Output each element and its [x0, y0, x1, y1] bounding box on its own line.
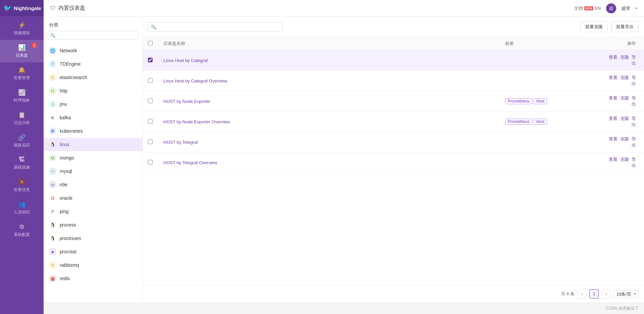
header-right: 文档 NEW EN 超 超管 ▾	[574, 3, 637, 13]
category-item-tdengine[interactable]: T TDEngine	[44, 57, 142, 71]
dashboard-name-link[interactable]: HOST by Telegraf Overview	[163, 160, 217, 165]
select-all-checkbox[interactable]	[148, 41, 153, 46]
table-row: HOST by Telegraf 查看克隆导出	[143, 132, 644, 152]
category-item-ping[interactable]: P ping	[44, 205, 142, 218]
nav-label-infra: 基础设施	[14, 165, 30, 170]
action-克隆[interactable]: 克隆	[620, 75, 629, 80]
category-item-http[interactable]: H http	[44, 84, 142, 98]
sidebar-item-infra[interactable]: 🏗 基础设施	[0, 152, 44, 174]
category-item-processes[interactable]: 🐧 processes	[44, 232, 142, 245]
next-page-button[interactable]: ›	[601, 289, 611, 299]
dashboard-name-link[interactable]: HOST by Node Exporter	[163, 99, 211, 104]
bulk-export-button[interactable]: 批量导出	[611, 21, 639, 32]
nav-label-trace: 链路追踪	[14, 142, 30, 148]
category-item-mongo[interactable]: M mongo	[44, 151, 142, 165]
row-checkbox[interactable]	[148, 160, 153, 165]
nav-label-alert-intent: 告警目意	[14, 187, 30, 193]
category-item-jmx[interactable]: J jmx	[44, 98, 142, 111]
category-item-rabbitmq[interactable]: R rabbixmq	[44, 258, 142, 272]
sidebar-item-log-analysis[interactable]: 📋 日志分析	[0, 107, 44, 130]
action-查看[interactable]: 查看	[609, 136, 618, 141]
action-查看[interactable]: 查看	[609, 55, 618, 60]
action-克隆[interactable]: 克隆	[620, 136, 629, 141]
category-item-redis[interactable]: ▦ redis	[44, 272, 142, 285]
dashboard-name-link[interactable]: Linux Host by Categraf Overview	[163, 78, 227, 83]
row-checkbox[interactable]	[148, 99, 153, 103]
category-icon-elasticsearch: E	[49, 74, 56, 81]
row-checkbox[interactable]	[148, 58, 153, 62]
action-导出[interactable]: 导出	[632, 55, 636, 66]
footer: CSDN @虎服豆丁	[44, 303, 644, 314]
dashboard-name-link[interactable]: HOST by Telegraf	[163, 140, 198, 145]
category-icon-jmx: J	[49, 101, 56, 108]
sidebar-item-people[interactable]: 👥 人员组织	[0, 197, 44, 219]
category-item-linux[interactable]: 🐧 linux	[44, 138, 142, 151]
nav-icon-people: 👥	[18, 201, 25, 208]
category-item-procstat[interactable]: ● procstat	[44, 245, 142, 258]
sidebar-item-alert-mgmt[interactable]: 🔔 告警管理	[0, 62, 44, 85]
prev-page-button[interactable]: ‹	[577, 289, 587, 299]
sidebar-item-sys-config[interactable]: ⚙ 系统配置	[0, 219, 44, 242]
category-search-input[interactable]	[48, 31, 138, 40]
row-checkbox[interactable]	[148, 78, 153, 83]
row-checkbox[interactable]	[148, 119, 153, 124]
dashboard-name-link[interactable]: HOST by Node Exporter Overview	[163, 119, 230, 124]
action-导出[interactable]: 导出	[632, 75, 636, 86]
row-tags-cell	[500, 50, 600, 71]
sidebar-item-quickjump[interactable]: ⚡ 快速跳转	[0, 17, 44, 40]
category-item-elasticsearch[interactable]: E elasticsearch	[44, 71, 142, 84]
nav-label-timeseries: 时序指标	[14, 98, 30, 103]
lang-doc-area[interactable]: 文档 NEW EN	[574, 5, 601, 11]
toolbar-search-input[interactable]	[148, 22, 282, 32]
category-item-process[interactable]: 🐧 process	[44, 218, 142, 232]
category-item-network[interactable]: 🌐 Network	[44, 44, 142, 57]
avatar[interactable]: 超	[606, 3, 616, 13]
table-header-row: 仪表盘名称 标签 操作	[143, 37, 644, 50]
category-label-redis: redis	[60, 276, 70, 281]
dashboard-toolbar: 🔍 批量克隆 批量导出	[143, 17, 644, 37]
category-icon-ping: P	[49, 208, 56, 215]
row-actions-cell: 查看克隆导出	[600, 132, 644, 152]
sidebar-item-dashboard[interactable]: 📊 仪表盘 1	[0, 40, 44, 62]
action-导出[interactable]: 导出	[632, 157, 636, 168]
action-导出[interactable]: 导出	[632, 136, 636, 147]
lang-en-label: EN	[595, 6, 601, 11]
action-克隆[interactable]: 克隆	[620, 116, 629, 121]
row-checkbox[interactable]	[148, 139, 153, 144]
th-actions: 操作	[600, 37, 644, 50]
dashboard-name-link[interactable]: Linux Host by Categraf	[163, 58, 208, 63]
row-actions-cell: 查看克隆导出	[600, 112, 644, 132]
action-查看[interactable]: 查看	[609, 96, 618, 101]
action-克隆[interactable]: 克隆	[620, 157, 629, 162]
page-1-button[interactable]: 1	[589, 289, 599, 299]
table-body: Linux Host by Categraf 查看克隆导出 Linux Host…	[143, 50, 644, 173]
action-克隆[interactable]: 克隆	[620, 55, 629, 60]
category-item-kafka[interactable]: K kafka	[44, 111, 142, 124]
category-item-oracle[interactable]: O oracle	[44, 191, 142, 205]
category-icon-kafka: K	[49, 114, 56, 121]
category-panel: 分类 🔍 🌐 Network T TDEngine E elasticsearc…	[44, 17, 143, 303]
category-label-linux: linux	[60, 142, 69, 147]
category-item-kubernetes[interactable]: ☸ kubernetes	[44, 124, 142, 138]
sidebar-item-alert-intent[interactable]: 🔕 告警目意	[0, 174, 44, 197]
action-查看[interactable]: 查看	[609, 75, 618, 80]
dashboard-content: 🔍 批量克隆 批量导出 仪表盘名称	[143, 17, 644, 303]
action-克隆[interactable]: 克隆	[620, 96, 629, 101]
sidebar-item-timeseries[interactable]: 📈 时序指标	[0, 85, 44, 107]
category-item-mysql[interactable]: ~ mysql	[44, 165, 142, 178]
pagination-bar: 共 6 条 ‹ 1 › 10条/页20条/页50条/页	[143, 285, 644, 303]
nav-icon-alert-intent: 🔕	[18, 178, 25, 186]
action-导出[interactable]: 导出	[632, 96, 636, 107]
user-dropdown-icon[interactable]: ▾	[636, 6, 637, 10]
row-name-cell: Linux Host by Categraf	[158, 50, 500, 71]
sidebar-item-trace[interactable]: 🔗 链路追踪	[0, 130, 44, 152]
tag-badge: Prometheus	[505, 119, 532, 125]
per-page-select[interactable]: 10条/页20条/页50条/页	[613, 290, 639, 298]
action-查看[interactable]: 查看	[609, 116, 618, 121]
action-查看[interactable]: 查看	[609, 157, 618, 162]
logo-area[interactable]: 🐦 Nightingale	[0, 0, 44, 16]
bulk-clone-button[interactable]: 批量克隆	[580, 21, 608, 32]
category-item-n9e[interactable]: n n9e	[44, 178, 142, 191]
user-name[interactable]: 超管	[622, 5, 630, 11]
action-导出[interactable]: 导出	[632, 116, 636, 127]
